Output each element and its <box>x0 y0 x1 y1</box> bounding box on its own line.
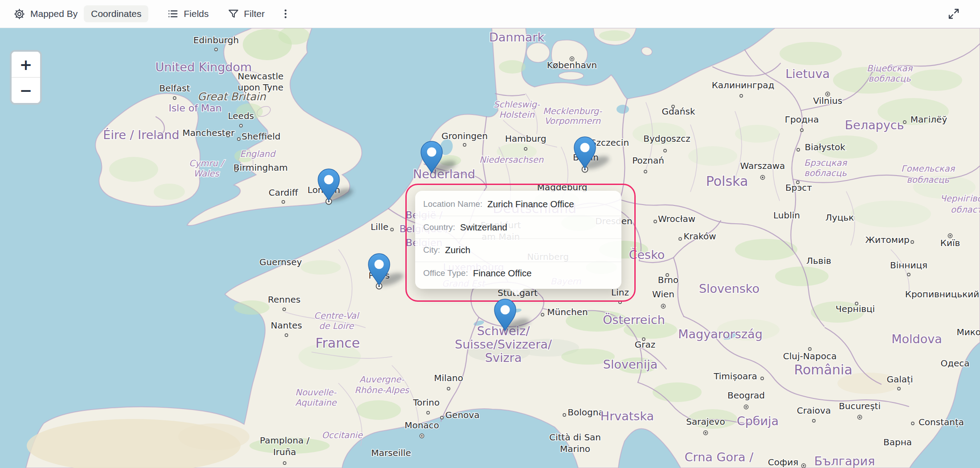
map-label: Львів <box>806 255 831 266</box>
map-label: Србија <box>737 414 779 428</box>
map-label: Moldova <box>891 332 942 346</box>
map-label: Wien <box>652 289 674 300</box>
map-label: Rennes <box>268 294 300 305</box>
map-label: Auvergne- <box>359 374 405 385</box>
tooltip-field-value: Zurich <box>445 245 470 255</box>
map-label: Craiova <box>797 405 831 416</box>
tooltip-row: Office Type: Finance Office <box>415 262 621 285</box>
map-label: Groningen <box>441 131 488 141</box>
map-label: Брэст <box>785 182 812 193</box>
map-label: Edinburgh <box>193 35 239 45</box>
map-label: France <box>315 335 360 351</box>
map-label: Suisse/Svizzera/ <box>455 337 552 351</box>
tooltip-field-label: Office Type: <box>423 268 468 278</box>
map-label: Луцьк <box>825 212 854 223</box>
map-label: Брэсцкая <box>804 158 847 168</box>
map-label: София <box>768 457 798 468</box>
kebab-icon <box>280 8 291 20</box>
map-label: Gdańsk <box>662 106 695 117</box>
tooltip-field-label: Location Name: <box>423 199 482 209</box>
map-toolbar: Mapped By Coordinates Fields Filter <box>0 0 980 28</box>
map-label: България <box>814 454 875 468</box>
map-label: Житомир <box>865 234 909 245</box>
funnel-icon <box>228 8 239 20</box>
map-label: München <box>547 307 588 317</box>
map-label: Iruña <box>273 447 296 457</box>
map-label: Danmark <box>489 30 544 44</box>
mapped-by-field-pill[interactable]: Coordinates <box>84 5 148 22</box>
map-label: București <box>839 401 881 411</box>
map-label: Newcastle <box>238 71 284 82</box>
zoom-in-button[interactable]: + <box>12 52 40 77</box>
record-tooltip: Location Name: Zurich Finance Office Cou… <box>415 191 621 289</box>
map-label: Warszawa <box>740 160 785 171</box>
map-label: England <box>240 149 276 159</box>
tooltip-field-value: Switzerland <box>460 222 507 233</box>
map-label: Калининград <box>712 80 775 90</box>
fields-button-label: Fields <box>184 8 208 19</box>
map-label: Slovenija <box>603 357 657 371</box>
map-label: Bydgoszcz <box>643 133 690 144</box>
tooltip-field-label: Country: <box>423 222 455 232</box>
map-label: Constanța <box>919 417 964 427</box>
map-label: вобласць <box>804 168 847 178</box>
tooltip-field-value: Finance Office <box>473 268 532 279</box>
zoom-out-button[interactable]: − <box>12 78 40 103</box>
map-label: Birmingham <box>233 162 288 173</box>
expand-button[interactable] <box>947 7 960 21</box>
map-label: Rhône-Alpes <box>355 385 410 395</box>
map-label: Occitanie <box>322 430 363 440</box>
map-zoom-control: + − <box>10 50 42 105</box>
map-label: Lietuva <box>785 67 829 81</box>
tooltip-field-label: City: <box>423 245 440 255</box>
map-label: Milano <box>434 373 463 383</box>
map-label: Sarajevo <box>686 416 725 427</box>
map-label: Isle of Man <box>168 103 221 114</box>
map-label: Niedersachsen <box>479 155 544 165</box>
map-label: область <box>951 205 980 215</box>
map-label: Slovensko <box>699 282 760 296</box>
map-label: Pamplona / <box>260 435 310 446</box>
gear-icon <box>13 8 25 20</box>
tooltip-row: Country: Switzerland <box>415 216 621 239</box>
map-settings-button[interactable]: Mapped By <box>13 8 78 20</box>
europe-map-canvas[interactable]: EdinburghUnited KingdomNewcastleupon Tyn… <box>0 28 980 468</box>
tooltip-row: Location Name: Zurich Finance Office <box>415 193 621 216</box>
filter-button[interactable]: Filter <box>228 8 265 20</box>
map-label: Beograd <box>727 390 765 401</box>
map-label: Aquitaine <box>295 398 337 408</box>
map-label: Wales <box>193 168 220 179</box>
map-label: Lille <box>371 222 388 232</box>
map-label: Чернігівська <box>940 193 980 204</box>
map-label: Vorpommern <box>544 116 601 126</box>
tooltip-row: City: Zurich <box>415 239 621 262</box>
map-label: Bologna <box>568 407 604 418</box>
more-options-button[interactable] <box>280 8 291 20</box>
map-label: Schleswig- <box>494 99 540 110</box>
map-label: вобласць <box>906 175 949 185</box>
map-label: Città di San <box>549 432 601 443</box>
mapped-by-label: Mapped By <box>30 8 78 19</box>
map-label: Österreich <box>603 313 665 327</box>
map-label: Leeds <box>228 111 254 121</box>
map-label: Guernsey <box>259 257 302 267</box>
map-label: Віцебская <box>867 63 913 74</box>
map-label: Crna Gora / <box>685 450 754 464</box>
map-label: Гродна <box>785 114 819 125</box>
map-label: România <box>794 362 852 378</box>
map-label: København <box>547 60 597 70</box>
map-label: Cymru / <box>189 158 225 168</box>
map-label: de Loire <box>319 321 354 331</box>
map-label: Marino <box>560 443 590 454</box>
map-label: Кропивницький <box>905 289 980 300</box>
map-label: Centre-Val <box>314 311 360 321</box>
map-label: Гомельская <box>901 164 956 174</box>
fields-button[interactable]: Fields <box>167 8 208 20</box>
map-label: Graz <box>635 339 655 350</box>
map-label: Poznań <box>632 155 664 166</box>
map-label: Magyarország <box>678 327 763 341</box>
map-label: вобласць <box>868 74 911 84</box>
map-label: Szczecin <box>591 137 629 148</box>
map-label: Holstein <box>499 110 535 120</box>
map-label: Éire / Ireland <box>103 128 179 142</box>
